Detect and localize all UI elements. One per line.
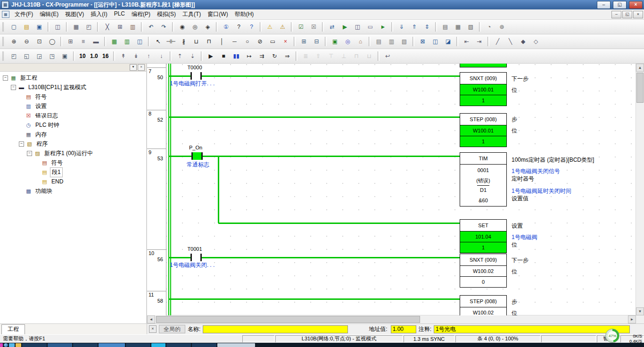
horizontal-line-button[interactable]: ─ (229, 36, 240, 47)
send-online-edit-changes-button[interactable]: ⇧ (313, 51, 324, 62)
symbol-display-button[interactable]: ▥ (121, 36, 133, 47)
open-file-button[interactable]: ▤ (21, 22, 33, 33)
undo-button[interactable]: ↶ (145, 22, 157, 33)
snxt-2-instruction-box[interactable]: SNXT (009)W100.020 (460, 254, 507, 288)
context-help-button[interactable]: ? (246, 22, 257, 33)
tree-item-end[interactable]: ▤END (0, 177, 146, 186)
close-button[interactable]: × (629, 1, 643, 9)
select-tool-button[interactable]: ↖ (152, 36, 164, 47)
erase-line-tool-button[interactable]: ╲ (504, 36, 516, 47)
tree-item-plc-device[interactable]: −▬L310B[CP1L] 监视模式 (0, 83, 146, 92)
previous-section-button[interactable]: ↑ (143, 51, 155, 62)
go-back-button[interactable]: ↩ (382, 51, 394, 62)
go-section-bottom-button[interactable]: ↡ (130, 51, 142, 62)
menu-item-10[interactable]: 帮助(H) (231, 9, 257, 20)
new-or-contact-button[interactable]: ⊔ (190, 36, 202, 47)
tree-item-error-log[interactable]: ☒错误日志 (0, 111, 146, 120)
contact-T0001[interactable] (190, 254, 202, 261)
plc-memory-button[interactable]: ▦ (452, 22, 464, 33)
save-button[interactable]: ▣ (33, 22, 45, 33)
begin-online-edit-button[interactable]: ⊤ (325, 51, 337, 62)
monitor-stop-button[interactable]: ■ (218, 51, 230, 62)
window-tile-horizontal-button[interactable]: ◲ (33, 51, 45, 62)
find-button[interactable]: ◉ (176, 22, 188, 33)
start-button[interactable] (4, 343, 8, 347)
zoom-in-button[interactable]: ⊕ (8, 36, 20, 47)
print-preview-button[interactable]: ◰ (83, 22, 95, 33)
menu-item-9[interactable]: 窗口(W) (204, 9, 231, 20)
page-down-button[interactable]: ⇣ (187, 51, 198, 62)
paste-button[interactable]: ▥ (127, 22, 139, 33)
contact-P_On[interactable] (191, 152, 203, 160)
menu-item-4[interactable]: 插入(I) (87, 9, 110, 20)
continuous-step-run-button[interactable]: ⇉ (256, 51, 268, 62)
search-all-button[interactable]: ◈ (202, 22, 214, 33)
menu-item-2[interactable]: 编辑(E) (36, 9, 62, 20)
new-or-closed-contact-button[interactable]: ⊓ (203, 36, 215, 47)
zoom-to-fit-button[interactable]: ⊡ (33, 36, 45, 47)
menu-item-3[interactable]: 视图(V) (62, 9, 87, 20)
grid-scale-value[interactable]: 1.0 (89, 51, 99, 62)
menu-item-6[interactable]: 编程(P) (128, 9, 154, 20)
program-mode-button[interactable]: ▭ (364, 22, 376, 33)
window-cascade-button[interactable]: ◱ (21, 51, 33, 62)
redo-button[interactable]: ↷ (158, 22, 170, 33)
tree-item-memory[interactable]: ▦内存 (0, 130, 146, 139)
cut-button[interactable]: ╳ (101, 22, 113, 33)
menu-item-1[interactable]: 文件(F) (11, 9, 36, 20)
work-online-button[interactable]: ⇄ (326, 22, 338, 33)
tree-expander-icon[interactable]: − (27, 151, 32, 156)
tim-instruction-box[interactable]: TIM0001(错误)D1&60 (460, 152, 507, 207)
grid-width-value[interactable]: 10 (77, 51, 88, 62)
compare-with-plc-button[interactable]: ⇕ (421, 22, 433, 33)
copy-button[interactable]: ⊞ (114, 22, 126, 33)
monitor-run-button[interactable]: ▶ (205, 51, 217, 62)
information-button[interactable]: ◇ (530, 36, 542, 47)
io-table-button[interactable]: ▤ (439, 22, 451, 33)
watch-window-button[interactable]: ◔ (483, 22, 495, 33)
transfer-from-plc-button[interactable]: ⇑ (408, 22, 420, 33)
new-contact-button[interactable]: ⊣⊢ (165, 36, 177, 47)
pou-list-button[interactable]: ▤ (373, 36, 385, 47)
vertical-scrollbar[interactable]: ▲ ▼ (636, 64, 644, 315)
new-file-button[interactable]: ▢ (8, 22, 20, 33)
name-field[interactable] (203, 325, 348, 333)
work-online-simulator-button[interactable]: ▶ (339, 22, 351, 33)
properties-button[interactable]: ◆ (517, 36, 529, 47)
show-grid-button[interactable]: ⊞ (65, 36, 76, 47)
scroll-up-button[interactable]: ▲ (636, 64, 644, 72)
tree-expander-icon[interactable]: − (11, 85, 16, 90)
scroll-left-button[interactable]: ◄ (147, 315, 155, 323)
horizontal-scroll-thumb[interactable] (156, 316, 420, 323)
task-button-3[interactable] (73, 343, 98, 347)
menu-item-7[interactable]: 模拟(S) (154, 9, 179, 20)
scroll-right-button[interactable]: ► (628, 315, 636, 323)
dock-close-button[interactable]: × (138, 64, 145, 71)
grid-monitor-button[interactable]: ⊠ (417, 36, 429, 47)
task-button-6[interactable] (166, 343, 191, 347)
tree-item-program1-symbols[interactable]: ▤符号 (0, 158, 146, 167)
align-left-button[interactable]: ⇤ (461, 36, 472, 47)
task-button-5[interactable] (151, 343, 165, 347)
quick-launch-2[interactable] (16, 343, 21, 347)
minimize-button[interactable]: – (597, 1, 611, 9)
task-button-7[interactable] (192, 343, 216, 347)
task-button-1[interactable] (22, 343, 47, 347)
help-topics-button[interactable]: ? (233, 22, 245, 33)
cancel-online-edit-button[interactable]: ⊥ (338, 51, 350, 62)
run-mode-button[interactable]: ► (377, 22, 389, 33)
tree-item-project-root[interactable]: −▦新工程 (0, 73, 146, 83)
new-closed-coil-button[interactable]: ⊘ (254, 36, 266, 47)
snxt-1-instruction-box[interactable]: SNXT (009)W100.011 (460, 72, 507, 106)
task-button-2[interactable] (48, 343, 72, 347)
page-up-button[interactable]: ⇡ (174, 51, 186, 62)
tree-expander-icon[interactable]: − (3, 75, 8, 81)
task-button-4[interactable] (126, 343, 150, 347)
tree-item-plc-clock[interactable]: ◷PLC 时钟 (0, 120, 146, 130)
show-symbol-bar-button[interactable]: ▬ (90, 36, 102, 47)
break-run-button[interactable]: ⇒ (281, 51, 293, 62)
resume-online-edit-button[interactable]: ⊔ (363, 51, 375, 62)
fb-editor-button[interactable]: ▧ (398, 36, 410, 47)
horizontal-scrollbar[interactable]: ◄ ► (147, 315, 636, 323)
menu-item-8[interactable]: 工具(T) (179, 9, 204, 20)
